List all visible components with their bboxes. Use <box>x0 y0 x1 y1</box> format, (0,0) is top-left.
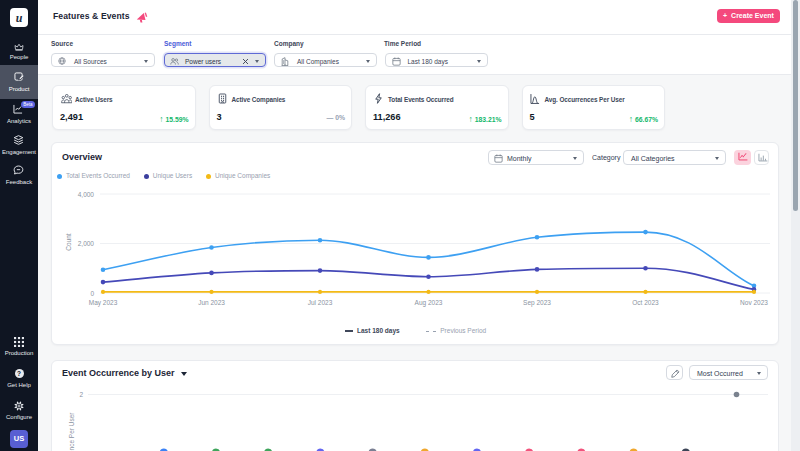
svg-text:2: 2 <box>79 391 83 398</box>
svg-text:Occurrence Per User: Occurrence Per User <box>68 412 75 451</box>
